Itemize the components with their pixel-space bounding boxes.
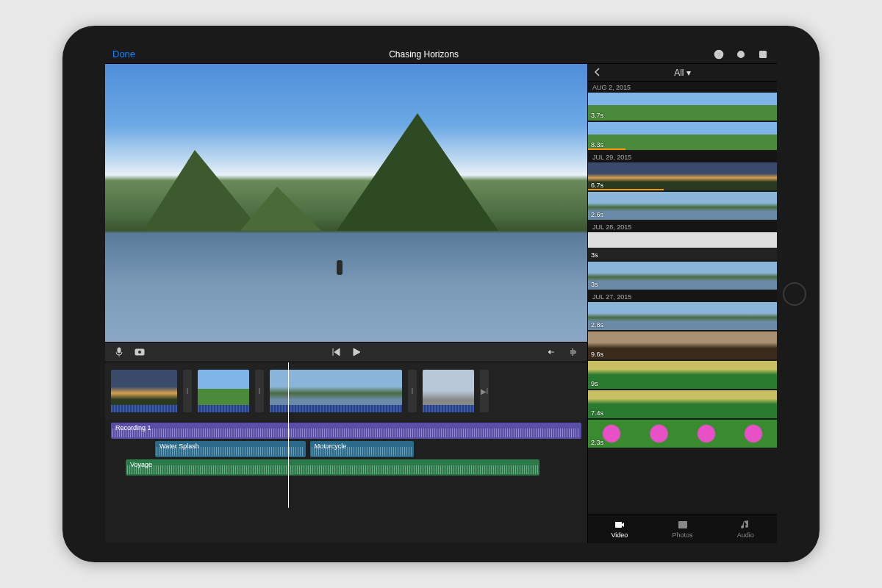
clip-thumbnail [683,192,730,220]
play-icon[interactable] [350,345,363,359]
clip-thumbnail [635,390,682,418]
top-bar-actions: ? [712,48,770,61]
audio-wave-icon[interactable] [567,345,580,359]
browser-clip[interactable]: 3s [588,262,777,290]
transport-bar [105,342,587,362]
clip-duration: 2.3s [591,439,603,446]
browser-clip[interactable]: 2.8s [588,302,777,330]
browser-header: All ▾ [588,64,777,82]
transition-handle[interactable]: I [408,370,417,412]
tab-label: Audio [737,531,754,539]
browser-date-header: AUG 2, 2015 [588,82,777,93]
browser-clip[interactable]: 2.6s [588,192,777,220]
browser-date-header: JUL 29, 2015 [588,151,777,162]
svg-point-10 [681,523,682,524]
clip-thumbnail [635,122,682,150]
top-bar: Done Chasing Horizons ? [105,45,777,64]
transition-handle[interactable]: ▶I [480,370,489,412]
preview-art [337,113,498,231]
browser-clip[interactable]: 3.7s [588,93,777,121]
timeline-clips[interactable]: I I I ▶I [105,362,587,420]
clip-thumbnail [730,390,777,418]
clip-thumbnail [683,232,730,260]
tab-label: Photos [672,531,692,539]
clip-thumbnail [730,262,777,290]
timeline-clip[interactable] [111,370,177,412]
clip-duration: 9s [591,380,598,387]
clip-thumbnail [635,420,682,448]
clip-duration: 9.6s [591,351,603,358]
clip-thumbnail [683,331,730,359]
audio-track-sfx[interactable]: Water Splash [155,441,306,457]
transition-handle[interactable]: I [183,370,192,412]
audio-tracks[interactable]: Recording 1 Water Splash Motorcycle Voya… [105,420,587,543]
tab-photos[interactable]: Photos [651,514,714,543]
clip-thumbnail [635,262,682,290]
clip-thumbnail [683,390,730,418]
transition-handle[interactable]: I [255,370,264,412]
clip-thumbnail [635,361,682,389]
microphone-icon[interactable] [112,345,126,359]
timeline-clip[interactable] [198,370,249,412]
back-icon[interactable] [594,68,604,78]
clip-thumbnail [635,232,682,260]
clip-thumbnail [683,262,730,290]
ipad-frame: Done Chasing Horizons ? [62,26,820,562]
browser-clip[interactable]: 8.3s [588,122,777,150]
clip-duration: 8.3s [591,141,603,148]
clip-thumbnail [730,302,777,330]
preview-art [240,187,321,231]
audio-track-sfx[interactable]: Motorcycle [310,441,414,457]
clip-thumbnail [635,162,682,190]
media-browser: All ▾ AUG 2, 20153.7s8.3sJUL 29, 20156.7… [587,64,777,543]
skip-back-icon[interactable] [329,345,343,359]
svg-text:?: ? [717,51,721,57]
clip-thumbnail [730,192,777,220]
preview-viewer[interactable] [105,64,587,342]
audio-track-music[interactable]: Voyage [126,459,539,476]
clip-used-bar [588,189,664,190]
clip-thumbnail [683,162,730,190]
camera-icon[interactable] [133,345,146,359]
clip-duration: 2.6s [591,211,603,218]
browser-clip[interactable]: 6.7s [588,162,777,190]
browser-list[interactable]: AUG 2, 20153.7s8.3sJUL 29, 20156.7s2.6sJ… [588,82,777,514]
clip-thumbnail [635,331,682,359]
svg-point-3 [740,53,742,55]
clip-thumbnail [683,122,730,150]
timeline-clip[interactable] [270,370,402,412]
browser-clip[interactable]: 3s [588,232,777,260]
svg-rect-8 [615,522,622,528]
clip-thumbnail [730,232,777,260]
clip-thumbnail [730,162,777,190]
playhead[interactable] [288,362,289,508]
browser-clip[interactable]: 9.6s [588,331,777,359]
clip-duration: 7.4s [591,409,603,417]
timeline-clip[interactable] [423,370,474,412]
help-icon[interactable]: ? [712,48,725,61]
clip-thumbnail [730,331,777,359]
audio-track-recording[interactable]: Recording 1 [111,423,581,439]
browser-filter[interactable]: All ▾ [604,68,761,78]
tab-audio[interactable]: Audio [714,514,777,543]
preview-art [337,260,343,275]
svg-rect-9 [678,521,687,528]
clip-thumbnail [730,122,777,150]
share-icon[interactable] [756,48,770,61]
browser-date-header: JUL 28, 2015 [588,221,777,232]
done-button[interactable]: Done [112,49,135,60]
browser-tabs: Video Photos Audio [588,514,777,543]
browser-clip[interactable]: 2.3s [588,420,777,448]
clip-thumbnail [730,420,777,448]
home-button[interactable] [783,282,806,306]
clip-thumbnail [635,302,682,330]
undo-icon[interactable] [546,345,559,359]
browser-clip[interactable]: 7.4s [588,390,777,418]
clip-thumbnail [730,93,777,121]
project-title: Chasing Horizons [135,49,712,60]
browser-clip[interactable]: 9s [588,361,777,389]
tab-label: Video [611,531,628,539]
imovie-app: Done Chasing Horizons ? [105,45,777,543]
tab-video[interactable]: Video [588,514,651,543]
settings-icon[interactable] [734,48,747,61]
